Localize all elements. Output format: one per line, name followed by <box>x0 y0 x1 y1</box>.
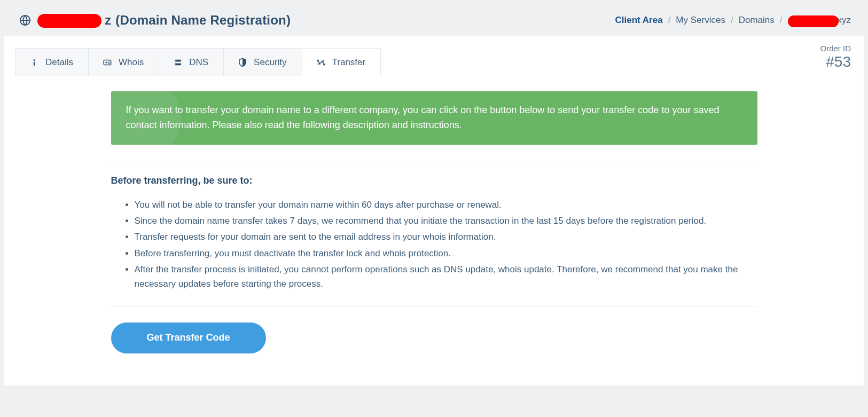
svg-point-9 <box>176 60 177 61</box>
shield-icon <box>238 58 247 67</box>
domain-suffix: z <box>105 13 111 28</box>
section-title: Before transferring, be sure to: <box>111 175 757 186</box>
breadcrumb-current: xyz <box>788 14 851 26</box>
globe-icon <box>19 14 31 26</box>
info-icon <box>29 58 39 67</box>
tab-label: Details <box>45 57 73 68</box>
svg-rect-2 <box>34 62 35 66</box>
tab-whois[interactable]: Whois <box>89 48 159 76</box>
list-item: Since the domain name transfer takes 7 d… <box>135 214 757 228</box>
breadcrumb-sep: / <box>780 15 783 26</box>
list-item: You will not be able to transfer your do… <box>135 198 757 212</box>
order-id-label: Order ID <box>820 44 851 53</box>
page-title: z (Domain Name Registration) <box>19 13 291 28</box>
tab-label: Whois <box>119 57 144 68</box>
breadcrumb-tail: xyz <box>838 15 851 26</box>
svg-point-1 <box>34 59 35 61</box>
svg-rect-5 <box>108 62 111 62</box>
divider <box>111 161 757 161</box>
breadcrumb-sep: / <box>668 15 671 26</box>
svg-point-4 <box>105 62 107 64</box>
tab-details[interactable]: Details <box>15 48 89 76</box>
domain-title: z (Domain Name Registration) <box>37 13 291 28</box>
svg-rect-3 <box>104 60 111 65</box>
breadcrumb-my-services[interactable]: My Services <box>676 15 725 26</box>
svg-point-12 <box>323 64 324 65</box>
get-transfer-code-button[interactable]: Get Transfer Code <box>111 322 266 353</box>
title-paren: (Domain Name Registration) <box>115 13 291 28</box>
tabs: Details Whois DNS <box>15 48 381 76</box>
svg-point-10 <box>176 64 177 65</box>
page-header: z (Domain Name Registration) Client Area… <box>4 4 864 36</box>
svg-point-11 <box>317 60 318 61</box>
breadcrumb-sep: / <box>731 15 733 26</box>
alert-text: If you want to transfer your domain name… <box>126 103 744 133</box>
id-card-icon <box>103 58 112 67</box>
redacted-domain <box>37 14 101 28</box>
svg-rect-6 <box>108 63 111 64</box>
tab-label: Transfer <box>332 57 366 68</box>
order-meta: Order ID #53 <box>820 36 864 70</box>
redacted-domain-small <box>788 15 839 27</box>
info-alert: If you want to transfer your domain name… <box>111 91 757 145</box>
tab-transfer[interactable]: Transfer <box>302 48 381 76</box>
instructions-list: You will not be able to transfer your do… <box>111 198 757 291</box>
transfer-icon <box>316 58 326 67</box>
list-item: Transfer requests for your domain are se… <box>135 230 757 244</box>
tab-security[interactable]: Security <box>224 48 302 76</box>
server-icon <box>173 58 183 67</box>
order-id-value: #53 <box>820 54 851 70</box>
list-item: Before transferring, you must deactivate… <box>135 247 757 261</box>
breadcrumb: Client Area / My Services / Domains / xy… <box>615 14 851 26</box>
tab-label: DNS <box>189 57 208 68</box>
tab-dns[interactable]: DNS <box>159 48 224 76</box>
breadcrumb-client-area[interactable]: Client Area <box>615 15 663 26</box>
list-item: After the transfer process is initiated,… <box>135 263 757 291</box>
divider <box>111 306 757 306</box>
breadcrumb-domains[interactable]: Domains <box>739 15 775 26</box>
tab-label: Security <box>254 57 286 68</box>
